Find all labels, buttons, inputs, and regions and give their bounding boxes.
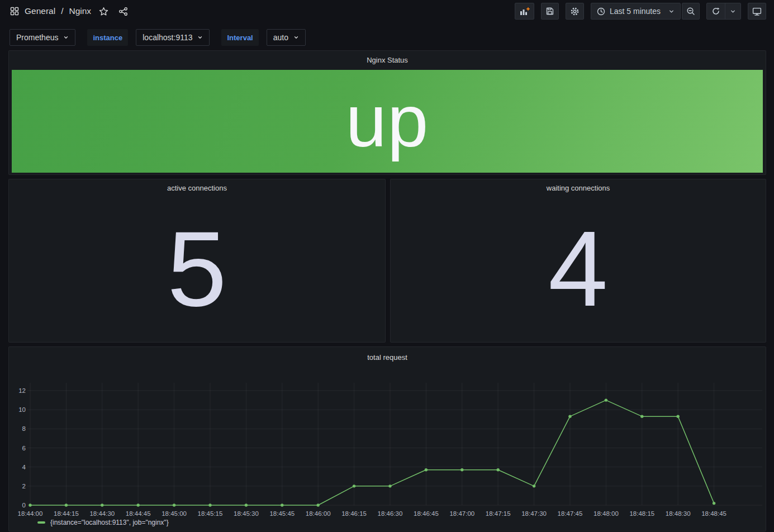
grafana-dashboard: General / Nginx [0, 0, 774, 532]
panel-waiting-connections: waiting connections 4 [390, 179, 766, 343]
svg-text:6: 6 [22, 445, 26, 452]
status-background: up [12, 70, 763, 173]
datasource-select[interactable]: Prometheus [10, 29, 75, 46]
time-range-label: Last 5 minutes [610, 7, 661, 16]
chevron-down-icon [63, 35, 69, 40]
svg-text:0: 0 [22, 502, 26, 509]
status-value: up [346, 84, 429, 158]
share-icon[interactable] [118, 7, 128, 16]
waiting-connections-value: 4 [548, 221, 608, 317]
svg-text:18:47:30: 18:47:30 [521, 510, 547, 517]
svg-text:18:47:45: 18:47:45 [558, 510, 583, 517]
breadcrumb-separator: / [61, 6, 63, 16]
toolbar: Last 5 minutes [515, 3, 766, 20]
chevron-down-icon [668, 8, 675, 15]
svg-text:18:45:15: 18:45:15 [198, 510, 223, 517]
legend-item[interactable]: {instance="localhost:9113", job="nginx"} [37, 519, 169, 526]
legend-swatch [37, 521, 45, 524]
svg-text:18:48:00: 18:48:00 [593, 510, 619, 517]
svg-text:18:46:00: 18:46:00 [306, 510, 331, 517]
dashboard-settings-button[interactable] [566, 3, 584, 20]
datasource-value: Prometheus [16, 33, 58, 42]
svg-text:18:47:15: 18:47:15 [486, 510, 511, 517]
svg-text:18:45:00: 18:45:00 [162, 510, 187, 517]
interval-select[interactable]: auto [267, 29, 306, 46]
svg-text:18:45:30: 18:45:30 [234, 510, 259, 517]
top-nav: General / Nginx [0, 0, 774, 22]
interval-label: Interval [221, 29, 258, 46]
chevron-down-icon [197, 35, 203, 40]
active-connections-value: 5 [167, 221, 227, 317]
panel-nginx-status: Nginx Status up [8, 50, 766, 175]
svg-text:18:44:45: 18:44:45 [126, 510, 151, 517]
instance-select[interactable]: localhost:9113 [136, 29, 210, 46]
svg-text:8: 8 [22, 425, 26, 432]
refresh-interval-dropdown[interactable] [725, 3, 740, 19]
save-dashboard-button[interactable] [541, 3, 559, 20]
total-request-chart[interactable]: 02468101218:44:0018:44:1518:44:3018:44:4… [9, 347, 766, 520]
svg-text:18:46:30: 18:46:30 [378, 510, 403, 517]
svg-text:18:44:00: 18:44:00 [18, 510, 43, 517]
instance-label: instance [87, 29, 128, 46]
svg-text:18:44:30: 18:44:30 [89, 510, 115, 517]
svg-text:12: 12 [18, 387, 26, 394]
active-connections-body: 5 [9, 196, 385, 342]
refresh-button-group [706, 3, 741, 20]
dashboard-variables: Prometheus instance localhost:9113 Inter… [10, 28, 306, 46]
chevron-down-icon [293, 35, 299, 40]
svg-text:18:46:15: 18:46:15 [341, 510, 367, 517]
legend-label: {instance="localhost:9113", job="nginx"} [50, 519, 169, 526]
refresh-button[interactable] [707, 3, 725, 19]
breadcrumb-dashboard[interactable]: Nginx [69, 6, 91, 16]
waiting-connections-body: 4 [391, 196, 766, 342]
svg-text:18:46:45: 18:46:45 [414, 510, 439, 517]
svg-text:18:44:15: 18:44:15 [54, 510, 79, 517]
interval-variable: Interval auto [221, 29, 306, 46]
panel-title-active-connections[interactable]: active connections [9, 179, 385, 196]
svg-text:10: 10 [18, 406, 26, 413]
panel-title-waiting-connections[interactable]: waiting connections [391, 179, 766, 196]
svg-text:4: 4 [22, 464, 26, 471]
zoom-out-button[interactable] [682, 3, 700, 20]
panel-active-connections: active connections 5 [8, 179, 386, 343]
clock-icon [597, 7, 605, 16]
panel-title-nginx-status[interactable]: Nginx Status [9, 51, 766, 69]
svg-text:2: 2 [22, 483, 26, 490]
svg-text:18:48:45: 18:48:45 [701, 510, 726, 517]
svg-text:18:47:00: 18:47:00 [449, 510, 474, 517]
dashboards-grid-icon[interactable] [10, 7, 19, 16]
instance-variable: instance localhost:9113 [87, 29, 210, 46]
svg-text:18:45:45: 18:45:45 [269, 510, 295, 517]
panel-total-request: 02468101218:44:0018:44:1518:44:3018:44:4… [8, 346, 766, 531]
add-panel-button[interactable] [515, 3, 534, 20]
breadcrumb-folder[interactable]: General [25, 6, 55, 16]
star-icon[interactable] [99, 7, 108, 16]
svg-text:18:48:15: 18:48:15 [629, 510, 654, 517]
time-range-picker[interactable]: Last 5 minutes [591, 3, 681, 20]
panel-title-total-request[interactable]: total request [9, 347, 766, 364]
datasource-variable: Prometheus [10, 29, 75, 46]
instance-value: localhost:9113 [143, 33, 192, 42]
interval-value: auto [273, 33, 288, 42]
svg-text:18:48:30: 18:48:30 [666, 510, 691, 517]
breadcrumb: General / Nginx [10, 6, 128, 16]
cycle-view-mode-button[interactable] [748, 3, 766, 20]
